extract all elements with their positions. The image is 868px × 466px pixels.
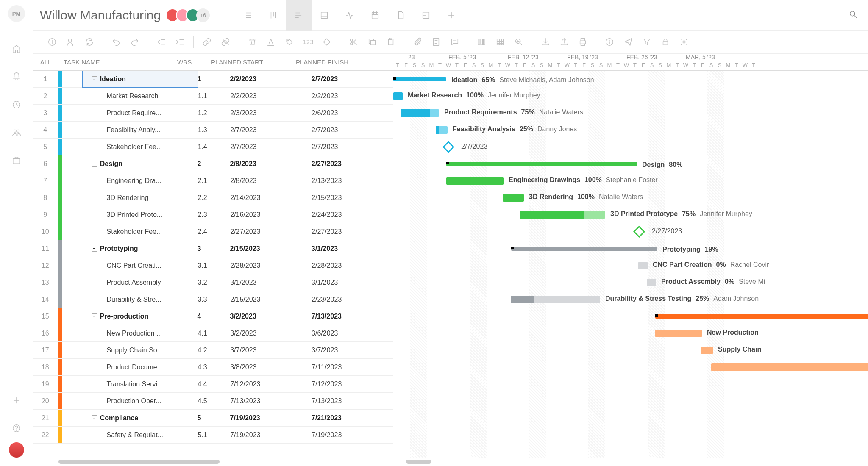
search-icon[interactable] bbox=[845, 6, 861, 24]
copy-icon[interactable] bbox=[366, 36, 378, 48]
tab-sheet[interactable] bbox=[312, 0, 337, 31]
gantt-bar[interactable]: Product Assembly0%Steve Mi bbox=[647, 279, 656, 286]
task-row[interactable]: 5Stakeholder Fee...1.42/7/20232/7/2023 bbox=[33, 139, 393, 155]
task-row[interactable]: 7Engineering Dra...2.12/8/20232/13/2023 bbox=[33, 172, 393, 189]
briefcase-icon[interactable] bbox=[10, 154, 23, 167]
outdent-icon[interactable] bbox=[155, 36, 168, 48]
gantt-bar[interactable]: New Production bbox=[655, 330, 702, 337]
tab-file[interactable] bbox=[388, 0, 413, 31]
task-row[interactable]: 22Safety & Regulat...5.17/19/20237/19/20… bbox=[33, 427, 393, 444]
format-number-icon[interactable]: 123 bbox=[302, 36, 314, 48]
cut-icon[interactable] bbox=[347, 36, 360, 48]
send-icon[interactable] bbox=[622, 36, 634, 48]
task-row[interactable]: 2Market Research1.12/2/20232/2/2023 bbox=[33, 88, 393, 105]
paste-icon[interactable] bbox=[384, 36, 397, 48]
col-wbs[interactable]: WBS bbox=[177, 58, 211, 66]
task-row[interactable]: 3Product Require...1.22/3/20232/6/2023 bbox=[33, 105, 393, 122]
comment-icon[interactable] bbox=[448, 36, 461, 48]
gantt-bar[interactable]: Product Requirements75%Natalie Waters bbox=[401, 109, 439, 117]
print-icon[interactable] bbox=[576, 36, 589, 48]
table-hscroll[interactable] bbox=[33, 458, 393, 466]
col-name[interactable]: TASK NAME bbox=[58, 58, 177, 66]
export-icon[interactable] bbox=[558, 36, 570, 48]
gantt-bar[interactable]: Engineering Drawings100%Stephanie Foster bbox=[446, 177, 504, 185]
gantt-bar[interactable]: Ideation65%Steve Michaels, Adam Johnson bbox=[393, 77, 446, 81]
task-row[interactable]: 93D Printed Proto...2.32/16/20232/24/202… bbox=[33, 206, 393, 223]
unlink-icon[interactable] bbox=[219, 36, 232, 48]
task-row[interactable]: 1−Ideation12/2/20232/7/2023 bbox=[33, 71, 393, 88]
tab-list[interactable] bbox=[235, 0, 261, 31]
tab-activity[interactable] bbox=[337, 0, 362, 31]
members-overflow[interactable]: +6 bbox=[196, 8, 210, 22]
task-row[interactable]: 12CNC Part Creati...3.12/28/20232/28/202… bbox=[33, 257, 393, 274]
gantt-bar[interactable]: Feasibility Analysis25%Danny Jones bbox=[436, 126, 448, 134]
milestone-diamond[interactable] bbox=[442, 141, 454, 153]
link-icon[interactable] bbox=[200, 36, 213, 48]
collapse-icon[interactable]: − bbox=[92, 246, 97, 252]
task-row[interactable]: 10Stakeholder Fee...2.42/27/20232/27/202… bbox=[33, 223, 393, 240]
gantt-bar[interactable]: Supply Chain bbox=[701, 347, 713, 354]
gantt-bar[interactable] bbox=[655, 314, 868, 319]
help-icon[interactable] bbox=[10, 422, 23, 435]
plus-icon[interactable] bbox=[10, 394, 23, 407]
zoom-icon[interactable] bbox=[512, 36, 525, 48]
task-row[interactable]: 6−Design22/8/20232/27/2023 bbox=[33, 155, 393, 172]
delete-icon[interactable] bbox=[246, 36, 259, 48]
gantt-bar[interactable]: 3D Rendering100%Natalie Waters bbox=[503, 194, 524, 202]
home-icon[interactable] bbox=[10, 42, 23, 55]
clock-icon[interactable] bbox=[10, 98, 23, 111]
gantt-bar[interactable]: 3D Printed Prototype75%Jennifer Murphey bbox=[520, 211, 605, 219]
gantt-bar[interactable]: Durability & Stress Testing25%Adam Johns… bbox=[511, 296, 600, 303]
gantt-body[interactable]: Ideation65%Steve Michaels, Adam JohnsonM… bbox=[393, 71, 868, 458]
task-row[interactable]: 21−Compliance57/19/20237/21/2023 bbox=[33, 410, 393, 427]
settings-icon[interactable] bbox=[678, 36, 690, 48]
people-icon[interactable] bbox=[10, 126, 23, 139]
assign-icon[interactable] bbox=[64, 36, 77, 48]
gantt-hscroll[interactable] bbox=[393, 458, 868, 466]
app-logo[interactable]: PM bbox=[8, 5, 25, 22]
note-icon[interactable] bbox=[430, 36, 442, 48]
task-row[interactable]: 83D Rendering2.22/14/20232/15/2023 bbox=[33, 189, 393, 206]
attach-icon[interactable] bbox=[411, 36, 424, 48]
tag-icon[interactable] bbox=[283, 36, 296, 48]
collapse-icon[interactable]: − bbox=[92, 161, 97, 167]
milestone-diamond[interactable] bbox=[633, 226, 645, 238]
undo-icon[interactable] bbox=[110, 36, 122, 48]
redo-icon[interactable] bbox=[128, 36, 141, 48]
collapse-icon[interactable]: − bbox=[92, 415, 97, 421]
gantt-bar[interactable]: Design80% bbox=[446, 162, 637, 166]
info-icon[interactable] bbox=[603, 36, 616, 48]
task-row[interactable]: 4Feasibility Analy...1.32/7/20232/7/2023 bbox=[33, 122, 393, 139]
gantt-bar[interactable]: CNC Part Creation0%Rachel Covir bbox=[638, 262, 648, 269]
gantt-bar[interactable]: Market Research100%Jennifer Murphey bbox=[393, 92, 403, 100]
task-row[interactable]: 13Product Assembly3.23/1/20233/1/2023 bbox=[33, 274, 393, 291]
collapse-icon[interactable]: − bbox=[92, 313, 97, 319]
gantt-bar[interactable]: Prototyping19% bbox=[511, 247, 657, 251]
indent-icon[interactable] bbox=[174, 36, 186, 48]
lock-icon[interactable] bbox=[659, 36, 672, 48]
refresh-icon[interactable] bbox=[83, 36, 96, 48]
grid-icon[interactable] bbox=[494, 36, 506, 48]
col-all[interactable]: ALL bbox=[33, 58, 58, 66]
add-task-icon[interactable] bbox=[46, 36, 58, 48]
task-row[interactable]: 11−Prototyping32/15/20233/1/2023 bbox=[33, 240, 393, 257]
gantt-bar[interactable] bbox=[711, 363, 868, 371]
task-row[interactable]: 19Translation Servi...4.47/12/20237/12/2… bbox=[33, 376, 393, 393]
col-start[interactable]: PLANNED START... bbox=[211, 58, 296, 66]
import-icon[interactable] bbox=[539, 36, 552, 48]
user-avatar[interactable] bbox=[9, 442, 24, 458]
text-color-icon[interactable] bbox=[264, 36, 277, 48]
col-finish[interactable]: PLANNED FINISH bbox=[296, 58, 381, 66]
tab-add[interactable] bbox=[439, 0, 464, 31]
task-row[interactable]: 18Product Docume...4.33/8/20237/11/2023 bbox=[33, 359, 393, 376]
collapse-icon[interactable]: − bbox=[92, 76, 97, 82]
columns-icon[interactable] bbox=[475, 36, 488, 48]
filter-icon[interactable] bbox=[640, 36, 653, 48]
task-row[interactable]: 16New Production ...4.13/2/20233/6/2023 bbox=[33, 325, 393, 342]
tab-dashboard[interactable] bbox=[413, 0, 439, 31]
tab-calendar[interactable] bbox=[362, 0, 388, 31]
bell-icon[interactable] bbox=[10, 70, 23, 83]
tab-gantt[interactable] bbox=[286, 0, 312, 31]
task-row[interactable]: 20Production Oper...4.57/13/20237/13/202… bbox=[33, 393, 393, 410]
project-members[interactable]: +6 bbox=[169, 8, 210, 22]
